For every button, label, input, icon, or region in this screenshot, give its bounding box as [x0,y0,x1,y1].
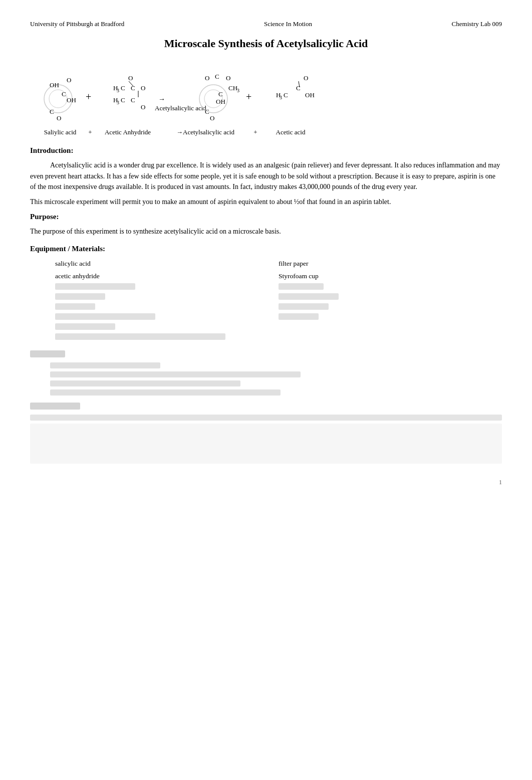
svg-text:O: O [57,114,61,122]
material-styrofoam-cup: Styrofoam cup [279,271,502,282]
svg-text:3: 3 [280,95,282,100]
svg-text:3: 3 [117,100,119,105]
svg-text:C: C [284,91,288,99]
svg-text:Acetylsalicylic acid: Acetylsalicylic acid [155,104,206,112]
svg-text:C: C [131,96,135,104]
page-number: 1 [30,479,502,486]
svg-text:+: + [246,91,251,102]
blurred-material-9 [55,323,115,330]
header-left: University of Pittsburgh at Bradford [30,20,124,28]
svg-text:C: C [62,90,66,98]
svg-text:→: → [158,95,165,103]
label-acetic-anhydride: Acetic Anhydride [95,128,160,136]
purpose-text: The purpose of this experiment is to syn… [30,226,502,237]
svg-text:OH: OH [67,96,76,104]
label-arrow-aspirin: →Acetylsalicylic acid [160,128,250,136]
svg-text:C: C [121,84,125,92]
blurred-material-1 [55,283,135,290]
page-title: Microscale Synthesis of Acetylsalicylic … [30,37,502,50]
svg-text:O: O [141,103,145,111]
svg-text:CH: CH [228,84,237,92]
blurred-material-3 [55,293,105,300]
blurred-material-10 [55,333,225,340]
svg-text:C: C [205,108,209,115]
svg-text:O: O [141,84,145,92]
material-filter-paper: filter paper [279,258,502,270]
svg-text:OH: OH [305,91,315,99]
header-right: Chemistry Lab 009 [452,20,502,28]
introduction-heading: Introduction: [30,146,502,155]
label-salicylic: Saliylic acid [35,128,85,136]
blurred-content-block [50,362,502,396]
svg-text:C: C [215,73,219,80]
bottom-blurred-section [30,403,502,464]
svg-text:C: C [131,84,135,92]
intro-paragraph-1: Acetylsalicylic acid is a wonder drug pa… [30,160,502,192]
reaction-labels: Saliylic acid + Acetic Anhydride →Acetyl… [30,128,502,136]
label-acetic-acid: Acetic acid [260,128,321,136]
svg-text:O: O [210,114,214,122]
blurred-material-4 [279,293,339,300]
svg-text:O: O [205,74,209,82]
blurred-footer-box [30,424,502,464]
header-center: Science In Motion [264,20,312,28]
svg-text:O: O [67,76,71,84]
svg-text:3: 3 [237,88,239,93]
svg-text:C: C [218,90,223,98]
svg-text:OH: OH [216,98,225,105]
intro-paragraph-2: This microscale experiment will permit y… [30,197,502,208]
blurred-material-2 [279,283,324,290]
blurred-section [30,350,502,396]
purpose-heading: Purpose: [30,213,502,221]
blurred-material-8 [279,313,319,320]
svg-text:+: + [86,91,91,102]
materials-list: salicylic acid filter paper acetic anhyd… [55,258,502,342]
blurred-material-7 [55,313,155,320]
material-salicylic-acid: salicylic acid [55,258,279,270]
svg-text:O: O [128,74,133,82]
svg-text:OH: OH [50,81,59,89]
blurred-material-5 [55,303,95,310]
blurred-material-6 [279,303,329,310]
material-acetic-anhydride: acetic anhydride [55,271,279,282]
reaction-diagram: OH C OH C O O + O H 3 C C O H 3 C C O → … [30,61,502,126]
page-header: University of Pittsburgh at Bradford Sci… [30,20,502,28]
equipment-heading: Equipment / Materials: [30,245,502,253]
blurred-footer-heading [30,403,80,410]
blurred-section-heading [30,350,65,357]
svg-text:O: O [226,74,230,82]
svg-text:C: C [121,96,125,104]
svg-text:O: O [304,74,308,82]
svg-text:C: C [50,108,54,115]
svg-text:C: C [296,84,301,92]
svg-text:3: 3 [117,88,119,93]
